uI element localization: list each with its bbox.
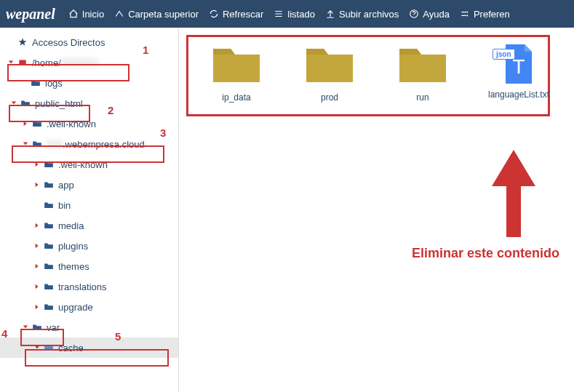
tree-label: app [58, 180, 74, 191]
tree-media[interactable]: media [0, 215, 178, 236]
top-toolbar: wepanel Inicio Carpeta superior Refresca… [0, 0, 574, 28]
file-grid: ip_data prod run json T languageList.txt [188, 37, 548, 108]
toggle-icon[interactable] [33, 303, 41, 311]
tree-translations[interactable]: translations [0, 276, 178, 297]
nav-carpeta-superior[interactable]: Carpeta superior [114, 9, 199, 20]
tree-themes[interactable]: themes [0, 256, 178, 276]
tree-label: /home/ [32, 57, 61, 68]
tree-logs[interactable]: logs [0, 73, 178, 93]
folder-prod[interactable]: prod [303, 43, 356, 103]
folder-icon [43, 159, 55, 170]
tree-label: logs [45, 78, 63, 89]
toggle-icon[interactable] [33, 222, 41, 229]
annotation-4: 4 [1, 327, 7, 340]
folder-run[interactable]: run [396, 43, 449, 103]
nav-subir[interactable]: Subir archivos [325, 9, 399, 20]
tree-cache[interactable]: cache [0, 337, 178, 358]
redacted-text [61, 58, 97, 67]
tree-bin[interactable]: bin [0, 195, 178, 215]
folder-tree: Accesos Directos /home/ logs public_html… [0, 28, 179, 392]
tree-label: public_html [35, 98, 83, 109]
annotation-3: 3 [160, 127, 166, 139]
folder-open-icon [43, 342, 55, 353]
list-icon [274, 9, 284, 19]
toggle-icon[interactable] [22, 120, 29, 127]
toggle-icon[interactable] [10, 100, 17, 107]
toggle-icon[interactable] [33, 263, 41, 270]
tree-var[interactable]: var [0, 317, 178, 337]
nav-carpeta-label: Carpeta superior [128, 9, 199, 20]
annotation-2: 2 [108, 104, 113, 116]
folder-icon [396, 43, 449, 88]
file-language-list[interactable]: json T languageList.txt [490, 43, 548, 103]
tree-label: .well-known [47, 119, 96, 129]
tree-label: .webempresa.cloud [63, 139, 145, 150]
nav-listado-label: listado [287, 9, 315, 20]
file-icon: json T [501, 43, 536, 85]
tree-label: translations [58, 281, 106, 292]
toggle-icon[interactable] [33, 283, 41, 290]
nav-listado[interactable]: listado [274, 9, 315, 20]
settings-icon [460, 9, 470, 19]
toggle-icon[interactable] [22, 324, 29, 331]
tree-webempresa[interactable]: .webempresa.cloud [0, 134, 178, 154]
toggle-icon[interactable] [33, 344, 41, 351]
folder-ip-data[interactable]: ip_data [210, 43, 263, 103]
toggle-icon[interactable] [22, 140, 29, 148]
nav-preferencias[interactable]: Preferen [460, 9, 510, 20]
tree-label: var [47, 322, 60, 333]
file-label: run [416, 92, 428, 103]
home-icon [68, 9, 79, 19]
redacted-text [47, 140, 63, 148]
folder-icon [43, 179, 55, 191]
tree-label: themes [58, 261, 89, 272]
folder-icon [31, 118, 43, 129]
nav-inicio-label: Inicio [82, 9, 104, 20]
toggle-icon[interactable] [33, 242, 41, 249]
folder-icon [43, 301, 55, 313]
tree-label: .well-known [58, 159, 108, 170]
refresh-icon [209, 9, 219, 19]
nav-ayuda[interactable]: Ayuda [409, 9, 450, 20]
folder-icon [31, 321, 43, 333]
tree-label: bin [58, 200, 71, 211]
folder-icon [43, 281, 55, 292]
json-badge: json [493, 49, 515, 60]
folder-icon [210, 43, 263, 88]
main-layout: Accesos Directos /home/ logs public_html… [0, 28, 574, 392]
tree-label: media [58, 220, 84, 231]
tree-label: Accesos Directos [32, 37, 105, 48]
toggle-icon[interactable] [33, 181, 41, 188]
annotation-content-box: ip_data prod run json T languageList.txt [186, 35, 550, 116]
file-label: prod [321, 92, 338, 103]
folder-icon [30, 77, 41, 89]
folder-icon [43, 199, 55, 211]
folder-icon [303, 43, 356, 88]
folder-icon [43, 240, 55, 252]
disk-icon [17, 57, 28, 68]
tree-label: cache [58, 343, 84, 353]
tree-app[interactable]: app [0, 175, 178, 195]
folder-icon [43, 260, 55, 272]
annotation-delete-text: Eliminar este contenido [412, 246, 559, 261]
nav-inicio[interactable]: Inicio [68, 9, 104, 20]
folder-icon [43, 220, 55, 231]
tree-well-known-2[interactable]: .well-known [0, 154, 178, 175]
toggle-icon[interactable] [7, 59, 15, 66]
folder-icon [31, 138, 43, 150]
annotation-1: 1 [143, 44, 148, 56]
nav-refrescar[interactable]: Refrescar [209, 9, 263, 20]
toggle-icon[interactable] [33, 161, 41, 168]
up-folder-icon [114, 9, 124, 19]
tree-accesos-directos[interactable]: Accesos Directos [0, 32, 178, 52]
tree-upgrade[interactable]: upgrade [0, 297, 178, 317]
help-icon [409, 9, 419, 19]
file-pane: ip_data prod run json T languageList.txt [179, 28, 574, 392]
tree-well-known-1[interactable]: .well-known [0, 113, 178, 134]
file-label: ip_data [222, 92, 250, 103]
tree-public-html[interactable]: public_html [0, 93, 178, 113]
tree-plugins[interactable]: plugins [0, 236, 178, 256]
upload-icon [325, 9, 335, 19]
annotation-5: 5 [115, 330, 121, 343]
tree-home[interactable]: /home/ [0, 52, 178, 73]
